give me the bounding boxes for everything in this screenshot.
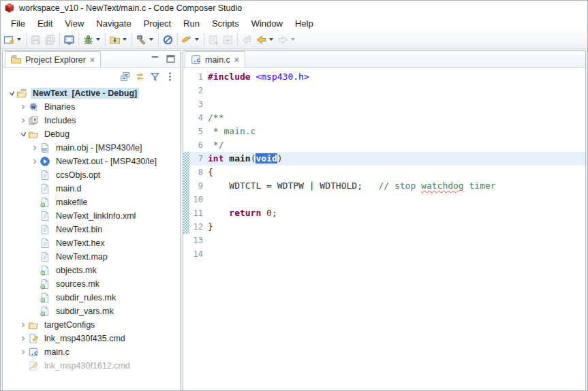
line-number[interactable]: 4: [189, 111, 208, 125]
tree-item[interactable]: @objects.mk: [3, 264, 180, 277]
chevron-collapsed-icon[interactable]: [18, 102, 28, 112]
code-line[interactable]: 1#include <msp430.h>: [183, 70, 585, 84]
tree-item-label[interactable]: Binaries: [42, 101, 77, 112]
code-line[interactable]: 4/**: [183, 111, 585, 125]
link-with-editor-button[interactable]: [133, 69, 146, 83]
line-number[interactable]: 10: [189, 193, 208, 206]
code-text[interactable]: [208, 247, 585, 261]
chevron-collapsed-icon[interactable]: [30, 143, 40, 153]
new-wizard-button[interactable]: [2, 32, 24, 47]
dropdown-arrow-icon[interactable]: [149, 38, 153, 41]
line-number[interactable]: 9: [189, 179, 208, 193]
code-line[interactable]: 12}: [183, 220, 585, 234]
code-text[interactable]: WDTCTL = WDTPW | WDTHOLD; // stop watchd…: [208, 179, 585, 193]
menu-file[interactable]: File: [5, 17, 31, 30]
code-line[interactable]: 5 * main.c: [183, 125, 585, 138]
code-text[interactable]: int main(void): [208, 152, 585, 166]
tree-item-label[interactable]: objects.mk: [54, 265, 99, 276]
code-text[interactable]: * main.c: [208, 125, 585, 138]
line-number[interactable]: 7: [189, 152, 208, 166]
code-text[interactable]: #include <msp430.h>: [208, 70, 585, 84]
line-number[interactable]: 5: [189, 125, 208, 138]
menu-project[interactable]: Project: [138, 17, 177, 30]
code-line[interactable]: 3: [183, 97, 585, 111]
code-line[interactable]: 14: [183, 247, 585, 261]
annotation-ruler[interactable]: [183, 138, 189, 152]
tree-item-label[interactable]: sources.mk: [54, 279, 102, 290]
tree-item-label[interactable]: Includes: [42, 115, 78, 126]
menu-window[interactable]: Window: [245, 17, 289, 30]
code-text[interactable]: [208, 84, 585, 97]
view-menu-button[interactable]: [163, 69, 176, 83]
tree-item[interactable]: ccsNewText [Active - Debug]: [3, 87, 180, 100]
chevron-expanded-icon[interactable]: [18, 129, 28, 139]
code-text[interactable]: }: [208, 220, 585, 234]
chevron-collapsed-icon[interactable]: [18, 116, 28, 125]
menu-edit[interactable]: Edit: [31, 17, 59, 30]
annotation-ruler[interactable]: [183, 97, 189, 111]
tree-item-label[interactable]: NewText.bin: [54, 224, 104, 235]
code-line[interactable]: 2: [183, 84, 585, 97]
tree-item[interactable]: NewText.map: [3, 250, 180, 264]
code-text[interactable]: */: [208, 138, 585, 152]
tree-item-label[interactable]: subdir_rules.mk: [54, 292, 118, 303]
tree-item[interactable]: NewText.out - [MSP430/le]: [3, 155, 180, 168]
tree-item-label[interactable]: main.c: [42, 347, 72, 358]
chevron-expanded-icon[interactable]: [7, 89, 16, 98]
debug-button[interactable]: [81, 32, 103, 47]
code-line[interactable]: 9 WDTCTL = WDTPW | WDTHOLD; // stop watc…: [183, 179, 585, 193]
dropdown-arrow-icon[interactable]: [17, 38, 21, 41]
back-button[interactable]: [254, 32, 276, 47]
editor-tab-main-c[interactable]: .c main.c ×: [185, 51, 245, 67]
line-number[interactable]: 13: [189, 234, 208, 247]
chevron-collapsed-icon[interactable]: [30, 157, 40, 166]
tree-item[interactable]: hIncludes: [3, 114, 180, 127]
tree-item-label[interactable]: main.d: [54, 183, 84, 194]
tree-item[interactable]: lnk_msp430f1612.cmd: [3, 359, 180, 373]
close-icon[interactable]: ×: [89, 55, 95, 65]
tree-item[interactable]: @subdir_rules.mk: [3, 291, 180, 304]
code-text[interactable]: [208, 234, 585, 247]
tree-item-label[interactable]: ccsObjs.opt: [54, 170, 102, 181]
tree-item[interactable]: .cmain.c: [3, 345, 180, 359]
menu-scripts[interactable]: Scripts: [206, 17, 245, 30]
range-indicator[interactable]: [183, 166, 189, 179]
tree-item[interactable]: main.d: [3, 182, 180, 196]
annotation-ruler[interactable]: [183, 70, 189, 84]
range-indicator[interactable]: [183, 220, 189, 234]
tree-item[interactable]: @subdir_vars.mk: [3, 304, 180, 318]
code-line[interactable]: 6 */: [183, 138, 585, 152]
code-text[interactable]: /**: [208, 111, 585, 125]
prohibit-button[interactable]: [161, 32, 175, 47]
project-explorer-tab[interactable]: Project Explorer ×: [5, 51, 101, 67]
tree-item[interactable]: NewText.hex: [3, 236, 180, 250]
tree-item[interactable]: Debug: [3, 127, 180, 141]
menu-view[interactable]: View: [59, 17, 90, 30]
chevron-collapsed-icon[interactable]: [18, 320, 28, 330]
tree-item-label[interactable]: lnk_msp430f435.cmd: [42, 333, 127, 344]
flash-tool-button[interactable]: [180, 32, 202, 47]
line-number[interactable]: 1: [189, 70, 208, 84]
annotation-ruler[interactable]: [183, 84, 189, 97]
tree-item[interactable]: targetConfigs: [3, 318, 180, 332]
annotation-ruler[interactable]: [183, 234, 189, 247]
line-number[interactable]: 6: [189, 138, 208, 152]
tree-item-label[interactable]: subdir_vars.mk: [54, 306, 116, 317]
tree-item[interactable]: 010main.obj - [MSP430/le]: [3, 141, 180, 155]
line-number[interactable]: 2: [189, 84, 208, 97]
flash-folder-button[interactable]: [108, 32, 129, 47]
tree-item-label[interactable]: NewText.map: [54, 251, 110, 262]
code-text[interactable]: return 0;: [208, 206, 585, 220]
tree-item-label[interactable]: lnk_msp430f1612.cmd: [42, 360, 132, 371]
code-text[interactable]: {: [208, 166, 585, 179]
code-line[interactable]: 10: [183, 193, 585, 206]
code-text[interactable]: [208, 193, 585, 206]
dropdown-arrow-icon[interactable]: [195, 38, 199, 41]
annotation-ruler[interactable]: [183, 125, 189, 138]
tree-item-label[interactable]: targetConfigs: [42, 319, 97, 330]
tree-item-label[interactable]: NewText.hex: [54, 238, 107, 249]
tree-item-label[interactable]: Debug: [42, 129, 72, 140]
menu-navigate[interactable]: Navigate: [90, 17, 137, 30]
tree-item[interactable]: @sources.mk: [3, 277, 180, 291]
code-text[interactable]: [208, 97, 585, 111]
